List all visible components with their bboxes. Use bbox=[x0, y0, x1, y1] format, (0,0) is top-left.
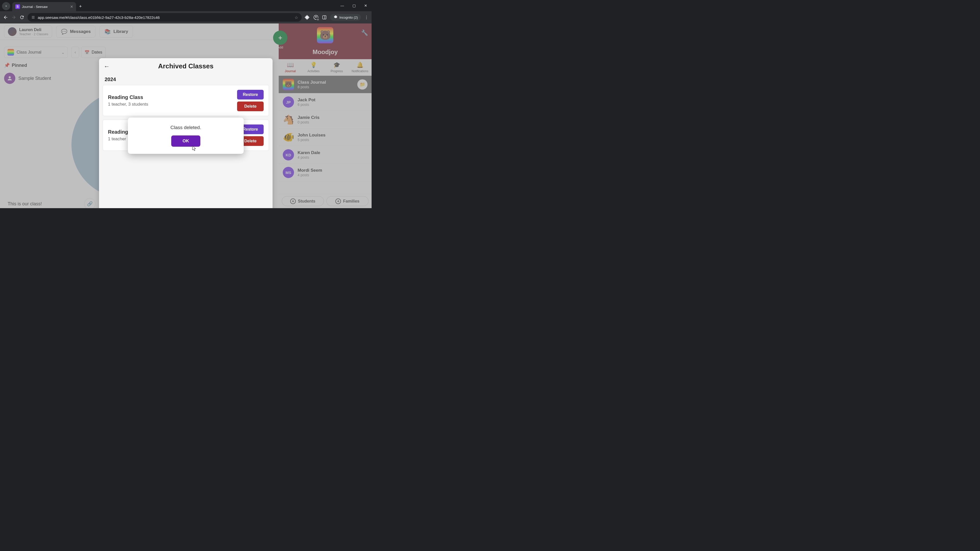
svg-point-1 bbox=[315, 16, 317, 17]
reload-button[interactable] bbox=[19, 15, 24, 20]
confirm-dialog: Class deleted. OK bbox=[128, 118, 244, 154]
svg-rect-2 bbox=[323, 16, 326, 19]
modal-back-button[interactable]: ← bbox=[103, 63, 110, 70]
close-window-button[interactable]: ✕ bbox=[360, 0, 372, 11]
maximize-button[interactable]: ▢ bbox=[348, 0, 360, 11]
tabs-dropdown[interactable] bbox=[2, 2, 10, 10]
url-bar[interactable]: app.seesaw.me/#/class/class.e01bf4c2-9a2… bbox=[27, 13, 302, 22]
bookmark-star-icon[interactable]: ☆ bbox=[294, 15, 298, 20]
tab-bar: S Journal - Seesaw × + — ▢ ✕ bbox=[0, 0, 372, 11]
back-button[interactable] bbox=[3, 15, 8, 20]
new-tab-button[interactable]: + bbox=[79, 4, 82, 9]
ok-button[interactable]: OK bbox=[171, 135, 200, 147]
restore-button[interactable]: Restore bbox=[237, 90, 264, 100]
menu-button[interactable]: ⋮ bbox=[364, 15, 369, 20]
class-subtitle: 1 teacher, 3 students bbox=[108, 102, 148, 107]
browser-chrome: S Journal - Seesaw × + — ▢ ✕ app.seesaw.… bbox=[0, 0, 372, 24]
forward-button[interactable] bbox=[11, 15, 16, 20]
site-settings-icon[interactable] bbox=[31, 15, 35, 19]
incognito-badge[interactable]: Incognito (2) bbox=[330, 14, 361, 21]
tab-favicon: S bbox=[15, 4, 20, 9]
minimize-button[interactable]: — bbox=[336, 0, 348, 11]
archived-class-card: Reading Class1 teacher, 3 studentsRestor… bbox=[103, 85, 269, 116]
url-text: app.seesaw.me/#/class/class.e01bf4c2-9a2… bbox=[38, 15, 292, 20]
browser-toolbar: app.seesaw.me/#/class/class.e01bf4c2-9a2… bbox=[0, 11, 372, 24]
modal-title: Archived Classes bbox=[158, 62, 213, 70]
delete-button[interactable]: Delete bbox=[237, 102, 264, 111]
extensions-icon[interactable] bbox=[305, 15, 310, 20]
side-panel-icon[interactable] bbox=[322, 15, 327, 20]
class-title: Reading bbox=[108, 129, 128, 135]
app-content: Lauren Deli Teacher · 2 Classes 💬 Messag… bbox=[0, 24, 372, 208]
tab-title: Journal - Seesaw bbox=[22, 5, 68, 9]
incognito-label: Incognito (2) bbox=[339, 16, 358, 19]
browser-tab[interactable]: S Journal - Seesaw × bbox=[12, 2, 76, 11]
profile-icon[interactable]: 8 bbox=[313, 15, 318, 20]
incognito-icon bbox=[333, 15, 338, 20]
class-title: Reading Class bbox=[108, 94, 148, 100]
close-icon[interactable]: × bbox=[70, 4, 73, 9]
class-subtitle: 1 teacher bbox=[108, 137, 128, 141]
chevron-down-icon bbox=[4, 4, 8, 8]
year-label: 2024 bbox=[99, 74, 272, 85]
confirm-message: Class deleted. bbox=[170, 125, 201, 130]
